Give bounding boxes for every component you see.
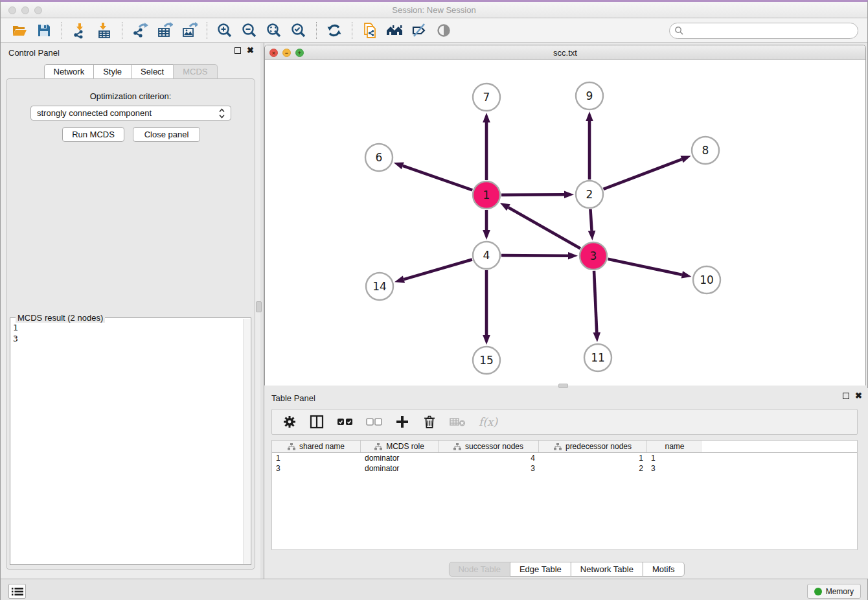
float-panel-icon[interactable]	[234, 47, 241, 54]
edge-arrowhead	[680, 156, 691, 163]
window-titlebar: Session: New Session	[1, 2, 867, 18]
edge-3-10[interactable]	[608, 259, 682, 275]
node-label: 6	[376, 151, 383, 164]
edge-arrowhead	[483, 113, 490, 122]
table-body: 1dominator4113dominator323	[272, 453, 857, 474]
close-panel-icon[interactable]: ✖	[247, 47, 254, 54]
zoom-out-icon	[241, 22, 258, 39]
export-network-button[interactable]	[130, 21, 150, 40]
run-mcds-button[interactable]: Run MCDS	[62, 127, 124, 142]
graph-node-14[interactable]: 14	[366, 273, 393, 300]
zoom-selected-button[interactable]	[288, 21, 309, 40]
save-session-button[interactable]	[34, 21, 54, 40]
graph-node-10[interactable]: 10	[693, 266, 720, 294]
search-input[interactable]	[669, 23, 858, 39]
float-table-panel-icon[interactable]	[843, 393, 849, 399]
graph-node-4[interactable]: 4	[473, 242, 500, 269]
edge-2-3[interactable]	[590, 209, 591, 231]
task-history-button[interactable]	[8, 584, 26, 599]
graph-node-15[interactable]: 15	[473, 347, 500, 374]
zoom-out-button[interactable]	[239, 21, 260, 40]
open-session-button[interactable]	[9, 21, 30, 40]
select-all-button[interactable]	[337, 417, 354, 427]
fx-icon: f(x)	[479, 415, 497, 428]
graph-node-2[interactable]: 2	[576, 181, 603, 208]
node-table[interactable]: shared nameMCDS rolesuccessor nodesprede…	[271, 440, 858, 550]
edge-4-3[interactable]	[501, 255, 568, 256]
toggle-bird-view-button[interactable]	[433, 21, 454, 40]
zoom-fit-button[interactable]	[264, 21, 284, 40]
clone-network-button[interactable]	[360, 21, 380, 40]
import-table-icon	[96, 22, 113, 39]
import-table-button[interactable]	[94, 21, 115, 40]
column-header-predecessor-nodes[interactable]: predecessor nodes	[539, 441, 647, 452]
toolbar-separator	[122, 22, 122, 39]
export-table-button[interactable]	[154, 21, 175, 40]
table-settings-button[interactable]	[282, 415, 297, 429]
function-builder-button[interactable]: f(x)	[479, 415, 497, 428]
edge-1-2[interactable]	[501, 194, 564, 195]
memory-button[interactable]: Memory	[807, 584, 861, 599]
table-tab-motifs[interactable]: Motifs	[643, 562, 685, 577]
zoom-in-button[interactable]	[214, 21, 235, 40]
table-row[interactable]: 3dominator323	[272, 463, 857, 474]
table-row[interactable]: 1dominator411	[272, 453, 857, 463]
column-header-MCDS-role[interactable]: MCDS role	[361, 441, 439, 452]
edge-3-1[interactable]	[508, 207, 580, 248]
add-row-button[interactable]	[395, 415, 409, 429]
table-cell: 1	[539, 453, 647, 463]
import-network-button[interactable]	[69, 21, 90, 40]
window-title: Session: New Session	[1, 5, 867, 15]
column-type-icon	[453, 443, 461, 450]
result-scrollbar[interactable]	[243, 319, 250, 564]
graph-node-1[interactable]: 1	[473, 181, 500, 209]
table-tab-node-table[interactable]: Node Table	[448, 562, 510, 577]
network-canvas[interactable]: 1234678910111415	[265, 60, 865, 386]
delete-column-icon	[450, 416, 466, 428]
criterion-select[interactable]: strongly connected component	[30, 106, 231, 121]
graph-node-3[interactable]: 3	[580, 242, 607, 270]
hide-labels-button[interactable]	[409, 21, 429, 40]
tab-mcds[interactable]: MCDS	[173, 64, 217, 79]
refresh-network-button[interactable]	[324, 21, 345, 40]
table-tab-network-table[interactable]: Network Table	[571, 562, 643, 577]
edge-1-6[interactable]	[403, 166, 472, 190]
network-window-titlebar: × − + scc.txt	[265, 45, 865, 60]
column-header-name[interactable]: name	[647, 441, 702, 452]
edge-2-8[interactable]	[604, 159, 682, 189]
close-table-panel-icon[interactable]: ✖	[855, 393, 862, 399]
edge-4-14[interactable]	[404, 259, 472, 279]
mcds-result-text: 1 3	[13, 322, 242, 562]
main-toolbar	[1, 19, 867, 43]
delete-columns-button[interactable]	[450, 416, 466, 428]
delete-rows-button[interactable]	[422, 414, 437, 430]
network-graph: 1234678910111415	[265, 60, 865, 386]
table-panel-title: Table Panel	[271, 393, 315, 403]
table-splitter-grip[interactable]	[558, 384, 568, 388]
network-overview-button[interactable]	[384, 21, 405, 40]
tab-network[interactable]: Network	[43, 64, 94, 79]
deselect-all-button[interactable]	[366, 417, 383, 427]
export-image-button[interactable]	[179, 21, 200, 40]
table-cell: 3	[647, 463, 702, 474]
edge-3-11[interactable]	[594, 271, 597, 332]
panel-splitter-grip[interactable]	[256, 301, 262, 312]
graph-node-9[interactable]: 9	[576, 82, 603, 110]
close-panel-button[interactable]: Close panel	[133, 127, 200, 142]
graph-node-6[interactable]: 6	[365, 144, 393, 171]
task-list-icon	[12, 587, 23, 596]
export-image-icon	[181, 22, 198, 39]
column-header-successor-nodes[interactable]: successor nodes	[439, 441, 539, 452]
column-header-shared-name[interactable]: shared name	[272, 441, 361, 452]
graph-node-7[interactable]: 7	[473, 84, 500, 111]
tab-style[interactable]: Style	[93, 64, 131, 79]
table-tab-edge-table[interactable]: Edge Table	[510, 562, 571, 577]
graph-node-8[interactable]: 8	[692, 137, 719, 164]
graph-node-11[interactable]: 11	[584, 344, 611, 371]
table-panel-header: Table Panel ✖	[264, 388, 868, 408]
checked-boxes-icon	[337, 417, 354, 427]
control-panel-title: Control Panel	[8, 48, 60, 58]
table-cell: 1	[272, 453, 361, 463]
show-columns-button[interactable]	[309, 414, 325, 430]
tab-select[interactable]: Select	[131, 64, 174, 79]
